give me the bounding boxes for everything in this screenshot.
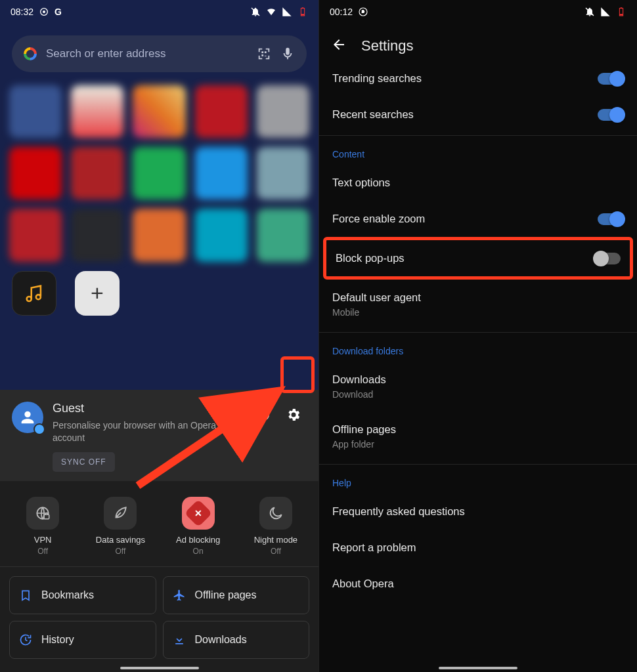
speed-dial-tile[interactable] xyxy=(133,209,185,261)
globe-lock-icon xyxy=(34,505,51,522)
opera-home-pane: 08:32 G x Search or enter address xyxy=(0,0,318,672)
music-tile[interactable] xyxy=(12,271,56,316)
svg-rect-15 xyxy=(620,14,623,15)
block-icon: ✕ xyxy=(184,499,211,527)
setting-report-problem[interactable]: Report a problem xyxy=(319,530,637,566)
speed-dial-tile[interactable] xyxy=(257,85,309,138)
bookmark-icon xyxy=(19,589,32,602)
google-g-icon: G xyxy=(55,7,62,17)
whatsapp-icon xyxy=(358,7,368,17)
annotation-arrow xyxy=(131,368,302,492)
firefox-icon xyxy=(39,7,49,17)
speed-dial-tile[interactable] xyxy=(257,209,309,261)
svg-rect-8 xyxy=(44,514,49,519)
setting-downloads-folder[interactable]: Downloads Download xyxy=(319,362,637,411)
data-savings-toggle[interactable]: Data savings Off xyxy=(85,497,156,556)
speed-dial-tile[interactable] xyxy=(195,85,248,138)
speed-dial-tile[interactable] xyxy=(9,209,62,261)
toggle-switch[interactable] xyxy=(598,73,624,85)
setting-default-user-agent[interactable]: Default user agent Mobile xyxy=(319,280,637,329)
back-button[interactable] xyxy=(331,37,347,55)
speed-dial-tile[interactable] xyxy=(195,147,248,200)
nav-handle[interactable] xyxy=(120,667,199,669)
arrow-left-icon xyxy=(331,37,347,52)
edit-badge-icon xyxy=(33,423,45,435)
svg-rect-6 xyxy=(301,14,304,15)
speed-dial-tile[interactable] xyxy=(71,209,123,261)
ad-blocking-toggle[interactable]: ✕ Ad blocking On xyxy=(163,497,234,556)
mic-icon[interactable] xyxy=(280,47,295,61)
speed-dial-grid xyxy=(0,85,318,262)
statusbar: 00:12 x xyxy=(319,0,637,24)
moon-icon xyxy=(267,505,284,522)
section-header-help: Help xyxy=(319,465,637,494)
plane-icon xyxy=(173,589,186,602)
setting-trending-searches[interactable]: Trending searches xyxy=(319,60,637,96)
person-icon xyxy=(18,408,37,427)
setting-faq[interactable]: Frequently asked questions xyxy=(319,494,637,530)
setting-text-options[interactable]: Text options xyxy=(319,165,637,201)
battery-low-icon xyxy=(297,7,308,17)
signal-icon: x xyxy=(600,7,611,17)
setting-about-opera[interactable]: About Opera xyxy=(319,566,637,602)
battery-low-icon xyxy=(616,7,626,17)
qr-scan-icon[interactable] xyxy=(257,47,271,61)
toggle-switch[interactable] xyxy=(598,213,624,225)
section-header-content: Content xyxy=(319,136,637,165)
svg-point-1 xyxy=(43,10,45,13)
statusbar: 08:32 G x xyxy=(0,0,318,24)
history-button[interactable]: History xyxy=(9,621,156,659)
wifi-icon xyxy=(266,7,276,17)
bookmarks-button[interactable]: Bookmarks xyxy=(9,576,156,614)
speed-dial-tile[interactable] xyxy=(195,209,248,261)
page-title: Settings xyxy=(361,37,414,54)
signal-icon: x xyxy=(282,7,292,17)
dnd-icon xyxy=(250,7,261,17)
svg-text:x: x xyxy=(288,8,290,12)
vpn-toggle[interactable]: VPN Off xyxy=(7,497,78,556)
settings-list: Trending searches Recent searches Conten… xyxy=(319,60,637,602)
annotation-highlight-block-popups: Block pop-ups xyxy=(323,237,633,280)
clock: 08:32 xyxy=(11,7,33,17)
setting-block-popups[interactable]: Block pop-ups xyxy=(326,240,630,276)
search-placeholder: Search or enter address xyxy=(46,47,248,60)
address-search-bar[interactable]: Search or enter address xyxy=(12,35,307,72)
speed-dial-tile[interactable] xyxy=(71,85,123,138)
speed-dial-tile[interactable] xyxy=(257,147,309,200)
svg-rect-14 xyxy=(621,7,623,8)
speed-dial-tile[interactable] xyxy=(133,85,185,138)
speed-dial-tile[interactable] xyxy=(71,147,123,200)
svg-text:x: x xyxy=(606,8,608,12)
plus-icon: + xyxy=(91,280,104,306)
dnd-icon xyxy=(584,7,595,17)
clock: 00:12 xyxy=(330,7,353,17)
nav-buttons: Bookmarks Offline pages History Download… xyxy=(0,567,318,672)
sync-chip[interactable]: SYNC OFF xyxy=(53,452,115,472)
toggle-switch[interactable] xyxy=(594,253,621,264)
download-icon xyxy=(173,633,186,646)
leaf-icon xyxy=(112,505,129,522)
section-header-download: Download folders xyxy=(319,333,637,362)
offline-pages-button[interactable]: Offline pages xyxy=(163,576,310,614)
setting-offline-pages-folder[interactable]: Offline pages App folder xyxy=(319,411,637,461)
toggle-switch[interactable] xyxy=(598,109,624,121)
history-icon xyxy=(19,633,32,646)
speed-dial-tile[interactable] xyxy=(9,85,62,138)
music-notes-icon xyxy=(23,282,45,304)
downloads-button[interactable]: Downloads xyxy=(163,621,310,659)
night-mode-toggle[interactable]: Night mode Off xyxy=(240,497,311,556)
svg-line-9 xyxy=(138,390,279,486)
add-speed-dial-button[interactable]: + xyxy=(75,271,120,316)
svg-rect-5 xyxy=(302,7,304,8)
setting-force-zoom[interactable]: Force enable zoom xyxy=(319,201,637,237)
avatar[interactable] xyxy=(12,402,43,433)
google-icon xyxy=(24,47,37,60)
settings-pane: 00:12 x Settings Trending searches Recen… xyxy=(318,0,637,672)
speed-dial-tile[interactable] xyxy=(9,147,62,200)
nav-handle[interactable] xyxy=(439,667,517,669)
setting-recent-searches[interactable]: Recent searches xyxy=(319,96,637,133)
quick-actions-row: VPN Off Data savings Off ✕ Ad blocking O… xyxy=(0,481,318,567)
speed-dial-tile[interactable] xyxy=(133,147,185,200)
